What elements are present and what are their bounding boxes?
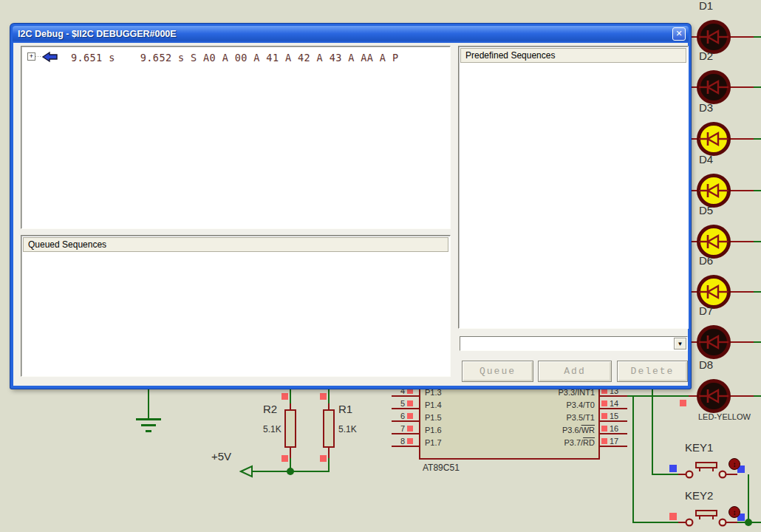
mcu-pin-number: 6 — [395, 412, 405, 420]
key-actuator-icon[interactable]: ↕ — [728, 458, 740, 470]
power-label: +5V — [211, 450, 231, 463]
led-type-label: LED-YELLOW — [698, 412, 751, 421]
dialog-title: I2C Debug - $II2C DEBUGGER#000E — [18, 29, 177, 39]
led-ref-label: D8 — [699, 358, 713, 371]
key-terminal — [684, 517, 695, 528]
logic-probe-square — [680, 400, 686, 406]
led-net-wire — [754, 241, 761, 242]
mcu-pin-label: P3.5/T1 — [517, 413, 595, 422]
mcu-pin-number: 17 — [610, 437, 618, 446]
mcu-pin-stub — [600, 433, 627, 434]
resistor-body — [284, 409, 296, 448]
mcu-pin-label: P1.6 — [425, 426, 442, 434]
mcu-pin-label: P1.3 — [425, 388, 442, 397]
trace-row[interactable]: + 9.651 s 9.652 s S A0 A 00 A 41 A 42 A … — [27, 51, 447, 64]
mcu-pin-stub — [600, 446, 627, 447]
led-net-wire — [754, 138, 761, 140]
sequence-combobox[interactable]: ▼ — [460, 336, 688, 351]
mcu-pin-stub — [600, 395, 627, 397]
led-ref-label: D5 — [699, 204, 713, 216]
led-net-wire — [754, 341, 761, 343]
led-ref-label: D3 — [699, 101, 713, 114]
predefined-sequences-list[interactable]: Predefined Sequences — [458, 46, 689, 329]
key-actuator-icon[interactable]: ↕ — [728, 506, 740, 518]
key-net-wire — [632, 396, 634, 523]
mcu-pin-stub — [392, 395, 419, 397]
led-net-wire — [754, 291, 761, 293]
key-terminal — [717, 469, 728, 480]
chevron-down-icon[interactable]: ▼ — [674, 338, 686, 349]
mcu-ref-label: AT89C51 — [423, 463, 460, 473]
mcu-pin-number: 14 — [610, 399, 618, 408]
ground-bar — [146, 430, 151, 432]
resistor-lead — [328, 403, 330, 409]
dialog-titlebar[interactable]: I2C Debug - $II2C DEBUGGER#000E ✕ — [13, 26, 689, 43]
mcu-pin-label: P1.5 — [425, 413, 442, 422]
mcu-pin-stub — [392, 408, 419, 409]
i2c-trace-list[interactable]: + 9.651 s 9.652 s S A0 A 00 A 41 A 42 A … — [21, 46, 451, 229]
queued-sequences-list[interactable]: Queued Sequences — [21, 235, 451, 377]
led-symbol-off — [695, 377, 733, 415]
key-terminal — [684, 469, 695, 480]
key-net-wire — [652, 389, 653, 475]
key-button-body[interactable] — [695, 462, 717, 468]
mcu-pin-number: 5 — [395, 399, 405, 408]
logic-probe-square — [601, 413, 607, 419]
mcu-pin-stub — [392, 420, 419, 422]
led-net-wire — [754, 395, 761, 397]
logic-probe-square — [407, 388, 413, 394]
power-arrow-icon — [239, 465, 254, 478]
logic-probe-square — [281, 455, 288, 462]
logic-probe-square — [669, 465, 677, 472]
close-icon[interactable]: ✕ — [672, 27, 686, 41]
led-ref-label: D7 — [699, 304, 713, 317]
key-terminal — [717, 517, 728, 528]
resistor-lead — [290, 403, 291, 409]
key-button-body[interactable] — [695, 510, 717, 516]
mcu-pin-stub — [392, 433, 419, 434]
resistor-lead — [290, 448, 291, 458]
logic-probe-square — [407, 400, 413, 406]
mcu-pin-label: P3.4/T0 — [517, 400, 595, 409]
mcu-pin-label: P3.3/INT1 — [517, 388, 595, 397]
resistor-lead — [328, 448, 330, 458]
ground-bar — [141, 424, 156, 426]
net-wire — [625, 395, 689, 397]
mcu-pin-number: 7 — [395, 424, 405, 433]
key-net-wire — [633, 522, 679, 523]
logic-probe-square — [320, 455, 327, 462]
mcu-pin-label: P3.7/RD — [517, 438, 595, 447]
mcu-pin-number: 16 — [610, 424, 618, 433]
mcu-pin-number: 8 — [395, 437, 405, 446]
expand-icon[interactable]: + — [27, 52, 35, 61]
logic-probe-square — [601, 438, 607, 444]
resistor-value-label: 5.1K — [263, 424, 281, 434]
resistor-value-label: 5.1K — [338, 424, 357, 434]
logic-probe-square — [320, 393, 327, 400]
key-ref-label: KEY2 — [685, 489, 713, 502]
key-post — [699, 468, 700, 471]
logic-probe-square — [407, 438, 413, 444]
logic-probe-square — [407, 426, 413, 432]
led-net-wire — [754, 36, 761, 38]
i2c-debug-dialog: I2C Debug - $II2C DEBUGGER#000E ✕ + 9.65… — [10, 24, 691, 389]
wire-junction-dot — [745, 519, 752, 526]
resistor-ref-label: R2 — [263, 403, 277, 415]
mcu-pin-label: P1.4 — [425, 400, 442, 409]
led-ref-label: D6 — [699, 254, 713, 267]
mcu-pin-number: 15 — [610, 412, 618, 420]
ground-bar — [136, 418, 161, 420]
wire-junction-dot — [287, 468, 294, 475]
delete-button[interactable]: Delete — [617, 361, 688, 382]
key-post — [712, 516, 714, 519]
led-ref-label: D1 — [699, 0, 713, 12]
key-ref-label: KEY1 — [685, 441, 713, 454]
led-net-wire — [754, 86, 761, 88]
key-post — [712, 468, 714, 471]
predefined-sequences-header: Predefined Sequences — [460, 48, 686, 63]
resistor-ref-label: R1 — [338, 403, 352, 415]
logic-probe-square — [281, 393, 288, 400]
resistor-body — [323, 409, 335, 448]
queue-button[interactable]: Queue — [462, 361, 533, 382]
add-button[interactable]: Add — [538, 361, 612, 382]
